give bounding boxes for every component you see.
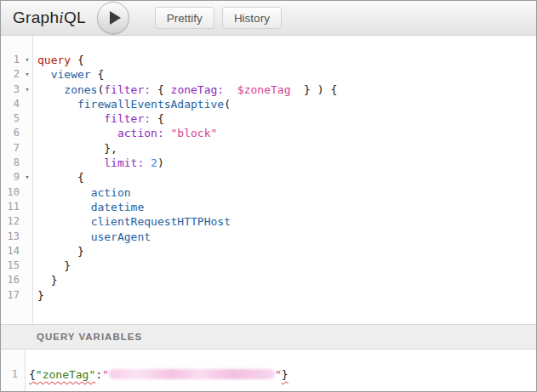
execute-button[interactable] xyxy=(97,2,129,34)
token: 2 xyxy=(151,156,157,169)
code-line[interactable]: 5 filter: { xyxy=(1,111,536,126)
fold-arrow-icon[interactable]: ▾ xyxy=(21,67,33,82)
fold-spacer xyxy=(21,288,33,303)
code-line[interactable]: 4 firewallEventsAdaptive( xyxy=(1,97,536,111)
code-line[interactable]: 11 datetime xyxy=(1,200,536,214)
token: "block" xyxy=(171,127,218,139)
token xyxy=(37,201,91,213)
code-line[interactable]: 17} xyxy=(1,288,536,303)
token: " xyxy=(102,368,109,381)
code-line[interactable]: 12 clientRequestHTTPHost xyxy=(1,214,536,229)
gutter: 11 xyxy=(1,200,33,214)
code-text: limit: 2) xyxy=(33,156,164,170)
token: clientRequestHTTPHost xyxy=(91,215,231,228)
history-button[interactable]: History xyxy=(222,7,282,29)
code-text: viewer { xyxy=(33,67,104,82)
logo-text-post: QL xyxy=(64,9,86,26)
code-line[interactable]: 8 limit: 2) xyxy=(1,156,536,170)
code-line[interactable]: 7 }, xyxy=(1,141,536,156)
code-text: datetime xyxy=(33,200,144,214)
fold-arrow-icon[interactable]: ▾ xyxy=(21,82,33,97)
token xyxy=(224,83,237,96)
code-line[interactable]: 6 action: "block" xyxy=(1,126,536,140)
token xyxy=(37,127,117,139)
variables-editor[interactable]: 1{"zoneTag":""} xyxy=(1,349,536,391)
fold-spacer xyxy=(21,185,33,200)
code-line[interactable]: 14 } xyxy=(1,244,536,258)
token xyxy=(37,98,77,111)
code-text: {"zoneTag":""} xyxy=(25,367,288,382)
gutter: 8 xyxy=(1,156,33,170)
gutter: 7 xyxy=(1,141,33,156)
code-text: userAgent xyxy=(33,230,151,244)
gutter: 15 xyxy=(1,258,33,273)
line-number: 14 xyxy=(1,244,21,258)
code-text: clientRequestHTTPHost xyxy=(33,214,231,229)
token: firewallEventsAdaptive xyxy=(77,98,224,111)
token xyxy=(37,83,64,96)
line-number: 9 xyxy=(1,170,21,185)
code-text: filter: { xyxy=(33,111,164,126)
code-text: } xyxy=(33,258,71,273)
code-line[interactable]: 15 } xyxy=(1,258,536,273)
code-line[interactable]: 1▾query { xyxy=(1,53,536,67)
line-number: 15 xyxy=(1,258,21,273)
line-number: 12 xyxy=(1,214,21,229)
token: userAgent xyxy=(91,230,151,243)
code-line[interactable]: 13 userAgent xyxy=(1,230,536,244)
query-editor[interactable]: 1▾query {2▾ viewer {3▾ zones(filter: { z… xyxy=(1,36,536,324)
code-line[interactable]: 3▾ zones(filter: { zoneTag: $zoneTag } )… xyxy=(1,82,536,97)
line-number: 13 xyxy=(1,230,21,244)
logo-text-pre: Graph xyxy=(13,9,59,26)
code-line[interactable]: 10 action xyxy=(1,185,536,200)
toolbar: GraphiQL Prettify History xyxy=(1,1,536,36)
graphiql-container: GraphiQL Prettify History 1▾query {2▾ vi… xyxy=(0,0,537,392)
prettify-button[interactable]: Prettify xyxy=(155,7,214,29)
token: zoneTag: xyxy=(171,83,225,96)
fold-spacer xyxy=(21,244,33,258)
gutter: 2▾ xyxy=(1,67,33,82)
token xyxy=(37,68,51,81)
fold-arrow-icon[interactable]: ▾ xyxy=(21,53,33,67)
token: datetime xyxy=(91,201,145,213)
fold-arrow-icon[interactable]: ▾ xyxy=(21,170,33,185)
query-editor-lines: 1▾query {2▾ viewer {3▾ zones(filter: { z… xyxy=(1,53,536,303)
line-number: 5 xyxy=(1,111,21,126)
line-number: 7 xyxy=(1,141,21,156)
token: : xyxy=(95,368,102,381)
line-number: 2 xyxy=(1,67,21,82)
play-icon xyxy=(110,11,121,25)
code-text: { xyxy=(33,170,84,185)
token: ) xyxy=(157,156,164,169)
token: } xyxy=(37,245,84,258)
token: filter: xyxy=(104,112,151,125)
line-number: 17 xyxy=(1,288,21,303)
gutter: 13 xyxy=(1,230,33,244)
token: action xyxy=(91,186,131,199)
line-number: 8 xyxy=(1,156,21,170)
code-line[interactable]: 16 } xyxy=(1,273,536,287)
fold-spacer xyxy=(21,156,33,170)
token: } xyxy=(37,259,71,272)
token: } xyxy=(37,274,57,287)
token: { xyxy=(151,83,170,96)
code-line[interactable]: 2▾ viewer { xyxy=(1,67,536,82)
token xyxy=(37,186,91,199)
fold-spacer xyxy=(21,200,33,214)
code-line[interactable]: 9▾ { xyxy=(1,170,536,185)
token xyxy=(144,156,151,169)
code-line[interactable]: 1{"zoneTag":""} xyxy=(1,367,536,382)
gutter: 14 xyxy=(1,244,33,258)
graphiql-logo: GraphiQL xyxy=(13,9,86,27)
token: { xyxy=(29,368,36,381)
line-number: 10 xyxy=(1,185,21,200)
token: } xyxy=(37,289,44,302)
code-text: } xyxy=(33,273,57,287)
token: { xyxy=(151,112,164,125)
query-variables-header[interactable]: Query Variables xyxy=(1,324,536,349)
line-number: 11 xyxy=(1,200,21,214)
gutter: 4 xyxy=(1,97,33,111)
gutter: 6 xyxy=(1,126,33,140)
gutter: 9▾ xyxy=(1,170,33,185)
code-text: action xyxy=(33,185,131,200)
